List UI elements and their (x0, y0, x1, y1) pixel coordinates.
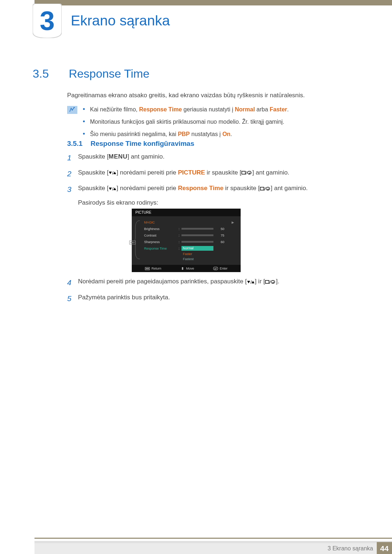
page-number: 44 (377, 542, 392, 554)
move-icon (180, 267, 185, 270)
osd-row-contrast: Contrast: 75 (142, 232, 236, 238)
osd-footer-move: Move (180, 267, 194, 270)
slider-brightness (181, 228, 213, 230)
footer-accent-bar (34, 538, 392, 539)
svg-rect-14 (265, 280, 269, 283)
menu-button-label: MENU (109, 153, 127, 160)
osd-option-normal: Normal (181, 246, 213, 251)
note-icon (67, 106, 77, 114)
top-accent-bar (34, 0, 392, 5)
osd-row-brightness: Brightness: 50 (142, 226, 236, 232)
rect-enter-icon: / (265, 279, 276, 285)
svg-rect-9 (146, 268, 147, 269)
osd-row-magic: MAGIC ▶ (142, 219, 236, 225)
steps-lower: 4 Norėdami pereiti prie pageidaujamos pa… (67, 276, 370, 308)
svg-rect-5 (260, 187, 264, 190)
osd-option-fastest: Fastest (181, 257, 213, 262)
svg-text:/: / (112, 170, 114, 175)
chapter-badge: 3 (33, 4, 62, 38)
section-intro: Pagreitinamas ekrano atsako greitis, kad… (67, 91, 370, 100)
subsection-title: Response Time konfigūravimas (90, 140, 194, 148)
enter-icon (213, 267, 218, 270)
chapter-number: 3 (33, 4, 62, 38)
osd-preview: PICTURE MAGIC ▶ Brightness: 50 Contrast:… (132, 209, 241, 272)
svg-rect-12 (213, 267, 218, 270)
bullet-1: Kai nežiūrite filmo, Response Time geria… (83, 105, 370, 114)
slider-sharpness (181, 241, 213, 243)
down-up-icon: / (109, 170, 117, 176)
osd-picture-icon (129, 241, 136, 245)
osd-row-sharpness: Sharpness: 60 (142, 239, 236, 245)
svg-rect-1 (242, 171, 245, 174)
down-up-icon: / (247, 279, 255, 285)
steps-upper: 1 Spauskite [MENU] ant gaminio. 2 Spausk… (67, 152, 370, 206)
rect-enter-icon: / (241, 170, 252, 176)
note-bullets: Kai nežiūrite filmo, Response Time geria… (83, 105, 370, 142)
step-4: 4 Norėdami pereiti prie pageidaujamos pa… (67, 276, 370, 289)
svg-rect-10 (147, 268, 148, 269)
osd-option-faster: Faster (181, 252, 213, 257)
step-1: 1 Spauskite [MENU] ant gaminio. (67, 152, 370, 164)
slider-contrast (181, 234, 213, 236)
step-2: 2 Spauskite [/] norėdami pereiti prie PI… (67, 168, 370, 180)
subsection-number: 3.5.1 (67, 140, 89, 148)
svg-text:/: / (264, 186, 266, 191)
section-number: 3.5 (33, 67, 67, 81)
subsection-heading: 3.5.1 Response Time konfigūravimas (67, 140, 370, 148)
chapter-title: Ekrano sąranka (71, 13, 170, 29)
svg-text:/: / (246, 170, 247, 175)
osd-footer-return: Return (145, 267, 161, 270)
down-up-icon: / (109, 186, 117, 192)
bullet-2: Monitoriaus funkcijos gali skirtis prikl… (83, 118, 370, 126)
step-5: 5 Pažymėta parinktis bus pritaikyta. (67, 292, 370, 305)
rect-enter-icon: / (260, 186, 271, 192)
footer-chapter-ref: 3 Ekrano sąranka (328, 545, 373, 552)
svg-rect-11 (148, 268, 149, 269)
svg-text:/: / (112, 186, 114, 191)
svg-text:/: / (250, 279, 252, 284)
osd-bracket (135, 220, 140, 260)
osd-row-response: Response Time: Normal (142, 245, 236, 251)
step-3-extra: Pasirodys šis ekrano rodinys: (78, 199, 370, 206)
step-3: 3 Spauskite [/] norėdami pereiti prie Re… (67, 183, 370, 196)
bullet-3: Šio meniu pasirinkti negalima, kai PBP n… (83, 130, 370, 139)
osd-title: PICTURE (132, 209, 241, 216)
return-icon (145, 267, 150, 270)
section-heading: 3.5 Response Time (33, 67, 370, 81)
chevron-right-icon: ▶ (232, 221, 234, 224)
section-title: Response Time (69, 67, 149, 81)
osd-footer-enter: Enter (213, 267, 228, 270)
page-footer: 3 Ekrano sąranka 44 (34, 541, 392, 554)
svg-text:/: / (269, 279, 271, 284)
osd-footer: Return Move Enter (132, 265, 241, 272)
